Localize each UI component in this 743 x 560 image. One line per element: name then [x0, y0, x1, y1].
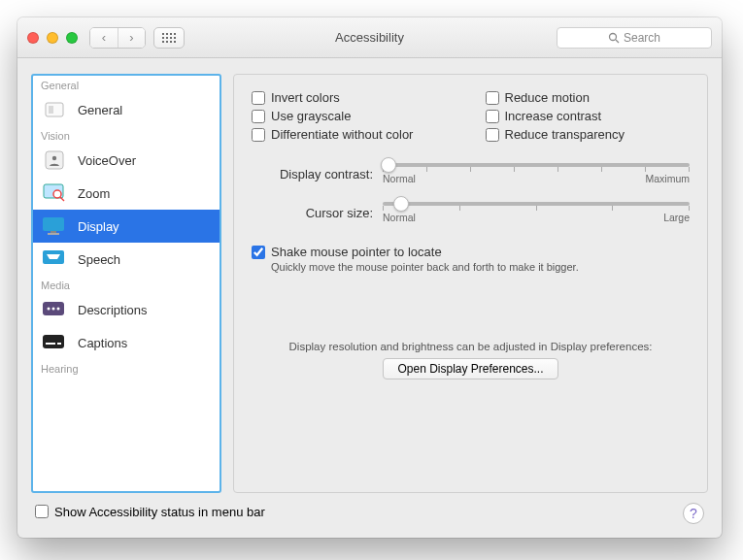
help-button[interactable]: ? [683, 503, 704, 524]
shake-description: Quickly move the mouse pointer back and … [271, 261, 690, 273]
grayscale-checkbox[interactable]: Use grayscale [252, 109, 456, 123]
menubar-status-checkbox[interactable]: Show Accessibility status in menu bar [35, 505, 265, 519]
svg-point-26 [48, 308, 51, 311]
svg-rect-0 [162, 33, 164, 35]
svg-rect-5 [166, 37, 168, 39]
slider-min: Normal [383, 212, 416, 223]
sidebar-item-captions[interactable]: Captions [33, 326, 220, 359]
grid-icon [162, 33, 176, 43]
svg-rect-8 [162, 41, 164, 43]
section-media: Media [33, 276, 220, 293]
checkbox-label: Increase contrast [505, 109, 602, 123]
svg-rect-9 [166, 41, 168, 43]
checkbox-label: Show Accessibility status in menu bar [54, 505, 265, 519]
zoom-icon[interactable] [66, 32, 78, 44]
sidebar-item-label: Speech [78, 252, 120, 267]
sidebar-item-speech[interactable]: Speech [33, 243, 220, 276]
footer-text: Display resolution and brightness can be… [252, 341, 690, 352]
sidebar-item-label: Captions [78, 336, 127, 350]
open-display-preferences-button[interactable]: Open Display Preferences... [383, 358, 557, 379]
slider-max: Maximum [645, 173, 690, 184]
search-input[interactable]: Search [557, 27, 712, 49]
svg-rect-14 [46, 103, 63, 116]
svg-rect-21 [43, 217, 64, 231]
svg-rect-15 [49, 106, 53, 114]
section-general: General [33, 76, 220, 93]
checkbox-label: Reduce transparency [505, 127, 625, 142]
svg-rect-31 [57, 343, 61, 345]
section-vision: Vision [33, 126, 220, 144]
svg-rect-22 [51, 231, 56, 233]
slider-thumb[interactable] [381, 157, 396, 173]
speech-icon [41, 248, 68, 270]
sidebar-item-descriptions[interactable]: Descriptions [33, 293, 220, 326]
sidebar-item-label: Display [78, 219, 119, 234]
contrast-slider[interactable] [383, 163, 690, 167]
slider-thumb[interactable] [393, 196, 409, 212]
switch-icon [41, 99, 68, 120]
svg-rect-29 [43, 335, 64, 348]
svg-rect-2 [170, 33, 172, 35]
svg-point-27 [52, 308, 55, 311]
svg-rect-4 [162, 37, 164, 39]
descriptions-icon [41, 299, 68, 320]
category-sidebar[interactable]: General General Vision VoiceOver Zoom Di… [31, 74, 221, 493]
captions-icon [41, 332, 68, 353]
reduce-motion-checkbox[interactable]: Reduce motion [486, 90, 691, 105]
svg-rect-1 [166, 33, 168, 35]
svg-point-17 [52, 156, 56, 160]
search-icon [608, 32, 620, 44]
invert-colors-checkbox[interactable]: Invert colors [252, 90, 456, 105]
sidebar-item-display[interactable]: Display [33, 210, 220, 243]
checkbox-label: Use grayscale [271, 109, 351, 123]
svg-rect-7 [174, 37, 176, 39]
slider-max: Large [663, 212, 690, 223]
cursor-slider[interactable] [383, 202, 690, 206]
person-icon [41, 149, 68, 171]
slider-min: Normal [383, 173, 416, 184]
svg-rect-6 [170, 37, 172, 39]
checkbox-label: Shake mouse pointer to locate [271, 245, 442, 259]
svg-rect-30 [46, 343, 55, 345]
shake-pointer-checkbox[interactable]: Shake mouse pointer to locate [252, 245, 690, 259]
sidebar-item-zoom[interactable]: Zoom [33, 177, 220, 210]
titlebar: ‹ › Accessibility Search [17, 17, 722, 58]
svg-rect-3 [174, 33, 176, 35]
sidebar-item-label: VoiceOver [78, 153, 136, 168]
nav-segment: ‹ › [89, 27, 146, 49]
close-icon[interactable] [27, 32, 39, 44]
differentiate-color-checkbox[interactable]: Differentiate without color [252, 127, 456, 142]
svg-rect-10 [170, 41, 172, 43]
show-all-button[interactable] [153, 27, 185, 49]
sidebar-item-label: General [78, 103, 122, 117]
accessibility-preferences-window: ‹ › Accessibility Search General General… [17, 17, 722, 538]
checkbox-label: Differentiate without color [271, 127, 413, 142]
contrast-slider-label: Display contrast: [252, 167, 383, 181]
sidebar-item-label: Zoom [78, 186, 110, 201]
section-hearing: Hearing [33, 359, 220, 377]
checkbox-label: Invert colors [271, 90, 340, 105]
back-button[interactable]: ‹ [90, 28, 118, 48]
window-controls [27, 32, 78, 44]
sidebar-item-label: Descriptions [78, 303, 148, 317]
svg-point-19 [53, 190, 61, 198]
svg-rect-11 [174, 41, 176, 43]
checkbox-label: Reduce motion [505, 90, 590, 105]
svg-line-13 [616, 40, 619, 43]
reduce-transparency-checkbox[interactable]: Reduce transparency [486, 127, 691, 142]
cursor-slider-label: Cursor size: [252, 206, 383, 220]
svg-point-28 [57, 308, 60, 311]
display-icon [41, 215, 68, 237]
minimize-icon[interactable] [47, 32, 58, 44]
sidebar-item-voiceover[interactable]: VoiceOver [33, 144, 220, 177]
svg-point-12 [609, 33, 616, 40]
sidebar-item-general[interactable]: General [33, 93, 220, 126]
svg-rect-23 [48, 233, 59, 235]
forward-button[interactable]: › [118, 28, 145, 48]
magnifier-icon [41, 182, 68, 204]
settings-pane: Invert colors Use grayscale Differentiat… [233, 74, 708, 493]
search-placeholder: Search [624, 31, 660, 45]
increase-contrast-checkbox[interactable]: Increase contrast [486, 109, 691, 123]
